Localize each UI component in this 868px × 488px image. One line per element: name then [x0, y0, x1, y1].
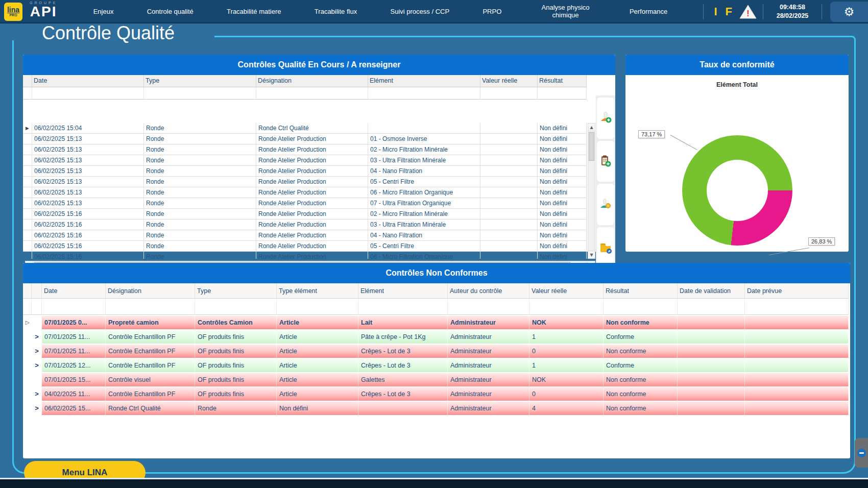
filter-cell[interactable] [368, 87, 480, 100]
table-row[interactable]: 06/02/2025 15:16 Ronde Ronde Atelier Pro… [23, 252, 587, 259]
table-row[interactable]: 06/02/2025 15:16 Ronde Ronde Atelier Pro… [23, 219, 587, 230]
column-header[interactable]: Auteur du contrôle [448, 283, 529, 299]
cell-date: 06/02/2025 15:13 [32, 198, 144, 209]
scroll-up-icon[interactable]: ▲ [588, 124, 595, 131]
row-marker [23, 134, 32, 144]
settings-button[interactable]: ⚙ [830, 2, 868, 22]
award-sample-button[interactable] [597, 184, 614, 225]
cell-valeur [480, 241, 538, 252]
lina-logo-text: lina [4, 6, 22, 13]
column-header[interactable]: Elément [368, 75, 480, 87]
column-header[interactable]: Valeur réelle [480, 75, 538, 87]
filter-cell[interactable] [144, 87, 256, 100]
column-header[interactable]: Date de validation [678, 283, 745, 299]
column-header[interactable]: Date [42, 283, 106, 299]
table-row[interactable]: 06/02/2025 15:13 Ronde Ronde Atelier Pro… [23, 198, 587, 209]
table-row[interactable]: ▶ 06/02/2025 15:04 Ronde Ronde Ctrl Qual… [23, 123, 587, 134]
filter-cell[interactable] [529, 299, 604, 315]
nav-menu-item[interactable]: Tracabilité matiere [227, 8, 281, 16]
table-row[interactable]: 06/02/2025 15:16 Ronde Ronde Atelier Pro… [23, 241, 587, 252]
nav-menu-item[interactable]: PRPO [483, 8, 501, 16]
filter-cell[interactable] [277, 299, 358, 315]
filter-cell[interactable] [538, 87, 587, 100]
expand-arrow-icon[interactable]: > [32, 330, 42, 344]
table-row[interactable]: 07/01/2025 15... Contrôle visuel OF prod… [23, 373, 850, 386]
column-header[interactable]: Type [144, 75, 256, 87]
column-header[interactable]: Date [32, 75, 144, 87]
cell-resultat: Non défini [538, 209, 587, 219]
nav-menu-item[interactable]: Performance [630, 8, 667, 16]
expand-arrow-icon[interactable]: > [32, 402, 42, 415]
column-header[interactable]: Type [195, 283, 277, 299]
cell-designation: Contrôle Echantillon PF [106, 359, 195, 372]
table-row[interactable]: > 06/02/2025 15... Ronde Ctrl Qualité Ro… [23, 402, 850, 415]
filter-cell[interactable] [195, 299, 277, 315]
scrollbar-thumb[interactable] [589, 132, 594, 161]
cell-date-validation [678, 402, 745, 415]
add-checklist-button[interactable] [597, 141, 614, 182]
cell-date-validation [678, 359, 745, 372]
expand-arrow-icon[interactable]: > [32, 345, 42, 358]
row-marker [23, 230, 32, 241]
table-row[interactable]: 06/02/2025 15:13 Ronde Ronde Atelier Pro… [23, 155, 587, 166]
table-row[interactable]: > 04/02/2025 11... Contrôle Echantillon … [23, 387, 850, 401]
filter-cell[interactable] [448, 299, 529, 315]
cell-valeur [480, 166, 538, 177]
controls-table: DateTypeDésignationElémentValeur réelleR… [23, 75, 587, 252]
cell-valeur: 1 [529, 330, 604, 344]
table-row[interactable]: > 07/01/2025 11... Contrôle Echantillon … [23, 345, 850, 358]
nav-menu-item[interactable]: Controle qualité [147, 8, 194, 16]
column-header[interactable]: Valeur réelle [529, 283, 604, 299]
table-row[interactable]: ▷ 07/01/2025 0... Propreté camion Contrô… [23, 316, 850, 329]
groupe-api-logo[interactable]: GROUPE API [30, 1, 57, 19]
table-row[interactable]: 06/02/2025 15:13 Ronde Ronde Atelier Pro… [23, 177, 587, 187]
nav-right-cluster: I F ! 09:48:58 28/02/2025 ⚙ [697, 0, 868, 23]
cell-date-validation [678, 373, 745, 386]
warning-triangle-icon[interactable]: ! [739, 4, 757, 19]
cell-date-prevue [745, 373, 849, 386]
add-sample-button[interactable] [597, 97, 614, 139]
table-row[interactable]: 06/02/2025 15:13 Ronde Ronde Atelier Pro… [23, 187, 587, 198]
cell-date-validation [678, 330, 745, 344]
column-header[interactable]: Désignation [106, 283, 195, 299]
table-row[interactable]: > 07/01/2025 12... Contrôle Echantillon … [23, 359, 850, 372]
nav-menu-item[interactable]: Suivi process / CCP [391, 8, 450, 16]
lina-logo[interactable]: lina PRO [4, 3, 22, 21]
table-row[interactable]: 06/02/2025 15:16 Ronde Ronde Atelier Pro… [23, 209, 587, 219]
header-expand-cell [32, 283, 42, 299]
filter-cell[interactable] [106, 299, 195, 315]
table-row[interactable]: 06/02/2025 15:13 Ronde Ronde Atelier Pro… [23, 166, 587, 177]
filter-cell[interactable] [42, 299, 106, 315]
column-header[interactable]: Elément [358, 283, 448, 299]
table-row[interactable]: 06/02/2025 15:13 Ronde Ronde Atelier Pro… [23, 144, 587, 155]
remote-control-handle[interactable] [855, 438, 868, 468]
nav-menu-item[interactable]: Enjeux [93, 8, 114, 16]
column-header[interactable]: Type élément [277, 283, 358, 299]
cell-date: 06/02/2025 15:16 [32, 209, 144, 219]
nav-menu-item[interactable]: Analyse physico chimique [535, 4, 596, 19]
filter-cell[interactable] [358, 299, 448, 315]
expand-arrow-icon[interactable] [32, 373, 42, 386]
filter-cell[interactable] [745, 299, 849, 315]
expand-arrow-icon[interactable]: > [32, 387, 42, 401]
expand-arrow-icon[interactable]: > [32, 359, 42, 372]
filter-cell[interactable] [604, 299, 678, 315]
cell-valeur: NOK [529, 316, 604, 329]
table-row[interactable]: 06/02/2025 15:16 Ronde Ronde Atelier Pro… [23, 230, 587, 241]
column-header[interactable]: Désignation [256, 75, 368, 87]
column-header[interactable]: Résultat [538, 75, 587, 87]
edit-folder-button[interactable] [597, 227, 614, 269]
table-row[interactable]: > 07/01/2025 11... Contrôle Echantillon … [23, 330, 850, 344]
column-header[interactable]: Résultat [604, 283, 678, 299]
expand-arrow-icon[interactable] [32, 316, 42, 329]
filter-cell[interactable] [678, 299, 745, 315]
column-header[interactable]: Date prévue [745, 283, 849, 299]
filter-cell[interactable] [32, 87, 144, 100]
nav-menu-item[interactable]: Tracabilite flux [315, 8, 357, 16]
filter-cell[interactable] [256, 87, 368, 100]
vertical-scrollbar[interactable]: ▲ ▼ [588, 123, 595, 259]
cell-date: 06/02/2025 15:13 [32, 144, 144, 155]
scroll-down-icon[interactable]: ▼ [588, 251, 595, 258]
filter-cell[interactable] [480, 87, 538, 100]
table-row[interactable]: 06/02/2025 15:13 Ronde Ronde Atelier Pro… [23, 134, 587, 144]
